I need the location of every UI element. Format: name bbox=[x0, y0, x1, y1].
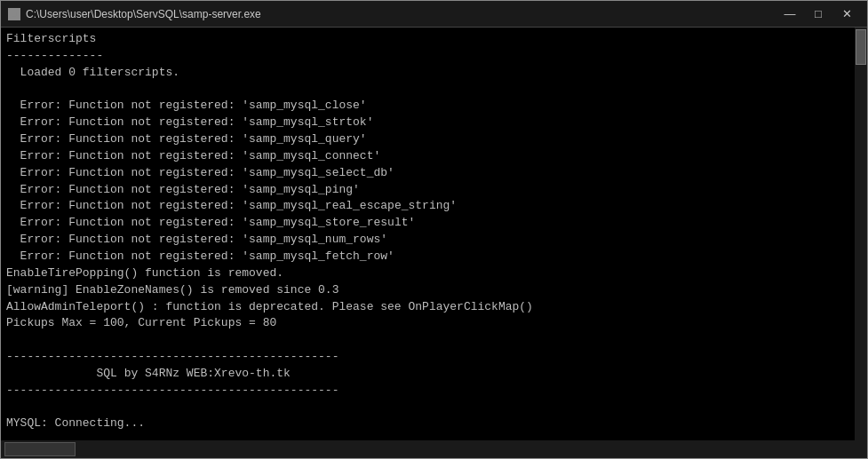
scrollbar-thumb[interactable] bbox=[856, 29, 866, 65]
minimize-button[interactable]: — bbox=[776, 4, 803, 24]
taskbar bbox=[1, 440, 867, 458]
titlebar-left: ■ C:\Users\user\Desktop\ServSQL\samp-ser… bbox=[8, 8, 261, 20]
console-output: Filterscripts -------------- Loaded 0 fi… bbox=[6, 31, 849, 440]
titlebar-controls: — □ ✕ bbox=[776, 4, 860, 24]
maximize-button[interactable]: □ bbox=[805, 4, 832, 24]
window-title: C:\Users\user\Desktop\ServSQL\samp-serve… bbox=[26, 8, 261, 20]
console-content[interactable]: Filterscripts -------------- Loaded 0 fi… bbox=[1, 28, 855, 440]
titlebar: ■ C:\Users\user\Desktop\ServSQL\samp-ser… bbox=[1, 1, 867, 28]
scrollbar-track[interactable] bbox=[855, 28, 867, 440]
console-area: Filterscripts -------------- Loaded 0 fi… bbox=[1, 28, 867, 440]
close-button[interactable]: ✕ bbox=[833, 4, 860, 24]
taskbar-item[interactable] bbox=[4, 442, 76, 456]
window: ■ C:\Users\user\Desktop\ServSQL\samp-ser… bbox=[0, 0, 868, 459]
window-icon: ■ bbox=[8, 8, 20, 20]
